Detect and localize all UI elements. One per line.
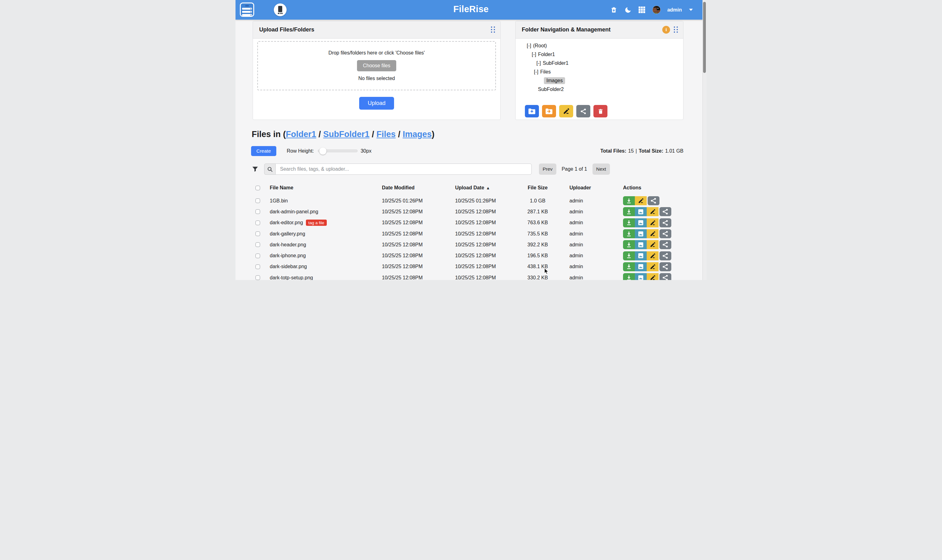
share-button[interactable]	[659, 218, 671, 228]
row-checkbox[interactable]	[256, 198, 260, 203]
share-button[interactable]	[659, 251, 671, 260]
tree-item[interactable]: SubFolder2	[516, 85, 683, 94]
tree-item[interactable]: Images	[516, 76, 683, 85]
file-name: dark-header.png	[270, 242, 306, 248]
download-button[interactable]	[623, 240, 635, 249]
trash-restore-icon[interactable]	[610, 6, 618, 14]
share-icon	[662, 252, 668, 259]
row-checkbox[interactable]	[256, 265, 260, 269]
row-checkbox[interactable]	[256, 220, 260, 225]
scrollbar-thumb[interactable]	[703, 2, 706, 73]
tree-collapse-toggle[interactable]: [-]	[532, 52, 536, 57]
rename-folder-button[interactable]	[559, 105, 573, 117]
preview-button[interactable]	[635, 251, 647, 260]
move-folder-button[interactable]	[542, 105, 556, 117]
user-avatar[interactable]	[652, 6, 661, 14]
download-button[interactable]	[623, 251, 635, 260]
apps-grid-icon[interactable]	[638, 6, 646, 14]
row-checkbox[interactable]	[256, 209, 260, 214]
upload-dropzone[interactable]: Drop files/folders here or click 'Choose…	[257, 41, 496, 90]
filter-icon[interactable]	[252, 166, 259, 172]
info-icon[interactable]: i	[662, 26, 670, 34]
rename-button[interactable]	[647, 251, 659, 260]
tree-item[interactable]: [-](Root)	[516, 42, 683, 50]
download-button[interactable]	[623, 196, 635, 205]
download-button[interactable]	[623, 262, 635, 271]
share-button[interactable]	[659, 229, 671, 238]
drag-handle-icon[interactable]	[674, 26, 678, 33]
rename-button[interactable]	[647, 262, 659, 271]
preview-button[interactable]	[635, 207, 647, 216]
row-height-slider[interactable]	[318, 149, 358, 152]
download-button[interactable]	[623, 218, 635, 228]
tree-collapse-toggle[interactable]: [-]	[534, 69, 538, 75]
preview-button[interactable]	[635, 229, 647, 238]
file-size: 392.2 KB	[525, 242, 550, 248]
tag-a-file-badge[interactable]: tag a file	[306, 220, 327, 226]
share-button[interactable]	[659, 273, 671, 280]
rename-button[interactable]	[647, 218, 659, 228]
column-upload-date[interactable]: Upload Date▲	[452, 185, 525, 191]
tree-item-label[interactable]: Images	[544, 77, 565, 84]
caret-down-icon[interactable]	[689, 9, 693, 11]
column-date-modified[interactable]: Date Modified	[379, 185, 452, 191]
tree-item[interactable]: [-]Folder1	[516, 50, 683, 59]
delete-folder-button[interactable]	[593, 105, 608, 117]
search-input[interactable]	[276, 163, 532, 175]
tree-item-label[interactable]: (Root)	[533, 43, 547, 49]
tree-item[interactable]: [-]Files	[516, 68, 683, 76]
dark-mode-moon-icon[interactable]	[624, 6, 632, 14]
share-folder-button[interactable]	[576, 105, 590, 117]
download-button[interactable]	[623, 273, 635, 280]
download-button[interactable]	[623, 207, 635, 216]
breadcrumb-link[interactable]: Folder1	[286, 129, 317, 139]
breadcrumb-link[interactable]: Files	[377, 129, 396, 139]
rename-button[interactable]	[647, 229, 659, 238]
row-checkbox[interactable]	[256, 242, 260, 247]
prev-page-button[interactable]: Prev	[539, 163, 556, 175]
rename-icon	[650, 231, 656, 237]
row-checkbox[interactable]	[256, 254, 260, 258]
create-folder-button[interactable]	[525, 105, 539, 117]
preview-button[interactable]	[635, 240, 647, 249]
row-checkbox[interactable]	[256, 231, 260, 236]
share-icon	[662, 263, 668, 270]
rename-button[interactable]	[635, 196, 647, 205]
preview-button[interactable]	[635, 262, 647, 271]
tree-item-label[interactable]: Folder1	[538, 52, 555, 57]
column-file-size[interactable]: File Size	[525, 185, 550, 191]
table-row: dark-admin-panel.png10/25/25 12:08PM10/2…	[236, 206, 697, 217]
tree-collapse-toggle[interactable]: [-]	[536, 60, 541, 66]
tree-collapse-toggle[interactable]: [-]	[527, 43, 531, 49]
tree-item-label[interactable]: SubFolder2	[538, 86, 564, 92]
choose-files-button[interactable]: Choose files	[357, 60, 396, 71]
preview-button[interactable]	[635, 218, 647, 228]
upload-button[interactable]: Upload	[359, 97, 394, 110]
username-label[interactable]: admin	[667, 7, 682, 13]
tree-item[interactable]: [-]SubFolder1	[516, 59, 683, 68]
preview-button[interactable]	[635, 273, 647, 280]
drag-handle-icon[interactable]	[491, 26, 495, 33]
page-scrollbar[interactable]	[702, 0, 706, 280]
rename-button[interactable]	[647, 207, 659, 216]
download-button[interactable]	[623, 229, 635, 238]
column-uploader[interactable]: Uploader	[550, 185, 613, 191]
rename-button[interactable]	[647, 273, 659, 280]
column-file-name[interactable]: File Name	[267, 185, 379, 191]
row-checkbox[interactable]	[256, 275, 260, 280]
folder-navigation-card: Folder Navigation & Management i [-](Roo…	[515, 21, 683, 120]
next-page-button[interactable]: Next	[593, 163, 610, 175]
tree-item-label[interactable]: Files	[540, 69, 551, 75]
share-button[interactable]	[659, 207, 671, 216]
breadcrumb-link[interactable]: SubFolder1	[323, 129, 370, 139]
rename-button[interactable]	[647, 240, 659, 249]
share-button[interactable]	[659, 262, 671, 271]
share-button[interactable]	[648, 196, 659, 205]
slider-thumb[interactable]	[319, 147, 326, 154]
breadcrumb-link[interactable]: Images	[403, 129, 432, 139]
rename-icon	[650, 264, 656, 270]
create-button[interactable]: Create	[251, 146, 276, 156]
share-button[interactable]	[659, 240, 671, 249]
tree-item-label[interactable]: SubFolder1	[543, 60, 568, 66]
select-all-checkbox[interactable]	[256, 186, 260, 190]
